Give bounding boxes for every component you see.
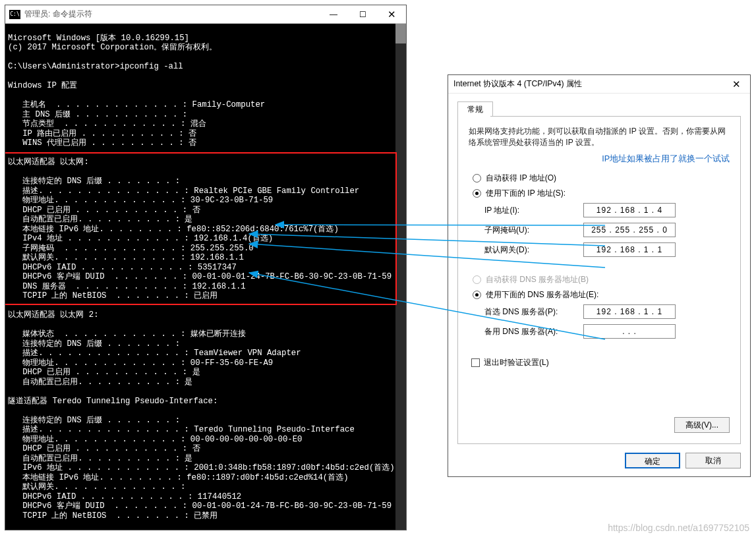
advanced-button[interactable]: 高级(V)... [674,417,730,433]
ok-button[interactable]: 确定 [625,453,680,468]
label-ip: IP 地址(I): [484,205,583,216]
input-dns1[interactable]: 192 . 168 . 1 . 1 [583,304,676,319]
scroll-thumb[interactable] [395,24,406,43]
cmd-line: 描述. . . . . . . . . . . . . . . : TeamVi… [8,349,301,358]
cmd-line: IPv6 地址 . . . . . . . . . . . . : 2001:0… [8,463,395,472]
cmd-line: IP 路由已启用 . . . . . . . . . . : 否 [8,129,196,138]
tab-pane: 如果网络支持此功能，则可以获取自动指派的 IP 设置。否则，你需要从网络系统管理… [457,116,741,444]
cmd-icon: C:\ [9,10,20,19]
cmd-line: 自动配置已启用. . . . . . . . . . : 是 [8,378,192,387]
tab-strip: 常规 [457,101,750,116]
input-dns2[interactable]: . . . [583,324,676,339]
dialog-footer: 确定 取消 [625,453,741,468]
radio-label: 使用下面的 DNS 服务器地址(E): [486,289,598,300]
dialog-title-text: Internet 协议版本 4 (TCP/IPv4) 属性 [453,78,728,90]
radio-icon [473,275,481,284]
cmd-line: Windows IP 配置 [8,81,77,90]
intro-text: 如果网络支持此功能，则可以获取自动指派的 IP 设置。否则，你需要从网络系统管理… [469,126,730,148]
cmd-line: DHCPv6 客户端 DUID . . . . . . . : 00-01-00… [8,501,392,511]
tab-general[interactable]: 常规 [457,101,493,116]
cmd-line: DHCP 已启用 . . . . . . . . . . . : 否 [8,444,200,453]
field-gateway: 默认网关(D): 192 . 168 . 1 . 1 [484,242,730,257]
cmd-line: 媒体状态 . . . . . . . . . . . . : 媒体已断开连接 [8,329,246,339]
cmd-line: 隧道适配器 Teredo Tunneling Pseudo-Interface: [8,397,218,406]
dialog-titlebar[interactable]: Internet 协议版本 4 (TCP/IPv4) 属性 ✕ [448,75,750,94]
cmd-line: 主机名 . . . . . . . . . . . . . : Family-C… [8,100,265,109]
dialog-close-button[interactable]: ✕ [728,78,745,90]
cmd-line: DHCPv6 IAID . . . . . . . . . . . : 5351… [8,263,237,272]
cmd-window: C:\ 管理员: 命令提示符 — ☐ ✕ Microsoft Windows [… [5,5,407,530]
cmd-line: TCPIP 上的 NetBIOS . . . . . . . : 已禁用 [8,511,218,521]
cmd-line: TCPIP 上的 NetBIOS . . . . . . . : 已启用 [8,291,218,300]
radio-icon [473,291,481,299]
cmd-line: 以太网适配器 以太网 2: [8,310,99,320]
cmd-line: 描述. . . . . . . . . . . . . . . : Realte… [8,186,359,196]
checkbox-icon [471,358,480,367]
cmd-line: 以太网适配器 以太网: [8,157,89,167]
field-dns2: 备用 DNS 服务器(A): . . . [484,324,730,339]
cmd-titlebar[interactable]: C:\ 管理员: 命令提示符 — ☐ ✕ [5,5,406,24]
radio-auto-ip[interactable]: 自动获得 IP 地址(O) [473,173,730,184]
close-button[interactable]: ✕ [377,5,406,24]
cmd-line: 连接特定的 DNS 后缀 . . . . . . . : [8,416,180,425]
cmd-line: WINS 代理已启用 . . . . . . . . . : 否 [8,138,196,148]
tcpip-dialog: Internet 协议版本 4 (TCP/IPv4) 属性 ✕ 常规 如果网络支… [448,74,751,477]
radio-icon [473,189,481,198]
cmd-line: 物理地址. . . . . . . . . . . . . : 30-9C-23… [8,196,273,205]
cmd-line: 物理地址. . . . . . . . . . . . . : 00-00-00… [8,435,302,444]
input-ip[interactable]: 192 . 168 . 1 . 4 [583,203,676,217]
watermark: https://blog.csdn.net/a1697752105 [608,523,749,533]
radio-auto-dns: 自动获得 DNS 服务器地址(B) [473,274,730,285]
cmd-line: 自动配置已启用. . . . . . . . . . : 是 [8,454,192,463]
label-mask: 子网掩码(U): [484,225,583,236]
cmd-line: 连接特定的 DNS 后缀 . . . . . . . : [8,339,180,349]
cmd-line: DHCPv6 客户端 DUID . . . . . . . : 00-01-00… [8,272,392,281]
label-dns1: 首选 DNS 服务器(P): [484,306,583,318]
input-gateway[interactable]: 192 . 168 . 1 . 1 [583,242,676,257]
cmd-line: C:\Users\Administrator>ipconfig -all [8,62,183,71]
cmd-line: DNS 服务器 . . . . . . . . . . . : 192.168.… [8,282,246,291]
cmd-line: 主 DNS 后缀 . . . . . . . . . . . : [8,110,187,119]
radio-label: 自动获得 IP 地址(O) [486,173,556,184]
radio-label: 自动获得 DNS 服务器地址(B) [486,274,589,285]
label-gateway: 默认网关(D): [484,244,583,256]
cmd-line: 自动配置已启用. . . . . . . . . . : 是 [8,215,192,224]
annotation-note: IP地址如果被占用了就换一个试试 [469,154,730,165]
checkbox-label: 退出时验证设置(L) [484,357,549,368]
minimize-button[interactable]: — [319,5,348,24]
cmd-line: DHCP 已启用 . . . . . . . . . . . : 否 [8,206,200,215]
cmd-line: 连接特定的 DNS 后缀 . . . . . . . : [8,177,180,186]
cmd-line: 描述. . . . . . . . . . . . . . . : Teredo… [8,425,355,434]
cmd-line: Microsoft Windows [版本 10.0.16299.15] [8,34,189,43]
field-mask: 子网掩码(U): 255 . 255 . 255 . 0 [484,223,730,237]
cmd-line: 本地链接 IPv6 地址. . . . . . . . : fe80::1897… [8,473,349,482]
maximize-button[interactable]: ☐ [348,5,377,24]
radio-label: 使用下面的 IP 地址(S): [486,188,566,199]
cmd-line: 节点类型 . . . . . . . . . . . . : 混合 [8,119,206,128]
cmd-line: 本地链接 IPv6 地址. . . . . . . . : fe80::852:… [8,225,339,234]
radio-static-ip[interactable]: 使用下面的 IP 地址(S): [473,188,730,199]
cmd-line: 物理地址. . . . . . . . . . . . . : 00-FF-35… [8,358,273,368]
cmd-line: IPv4 地址 . . . . . . . . . . . . : 192.16… [8,234,273,243]
input-mask[interactable]: 255 . 255 . 255 . 0 [583,223,676,237]
field-ip: IP 地址(I): 192 . 168 . 1 . 4 [484,203,730,217]
cmd-body[interactable]: Microsoft Windows [版本 10.0.16299.15] (c)… [5,24,406,530]
cmd-line: 子网掩码 . . . . . . . . . . . . : 255.255.2… [8,244,254,253]
label-dns2: 备用 DNS 服务器(A): [484,326,583,337]
checkbox-validate[interactable]: 退出时验证设置(L) [471,357,730,368]
cmd-line: 默认网关. . . . . . . . . . . . . : [8,482,185,492]
cmd-line: DHCP 已启用 . . . . . . . . . . . : 是 [8,368,200,377]
cmd-title-text: 管理员: 命令提示符 [24,9,319,20]
radio-icon [473,174,481,183]
cmd-line: DHCPv6 IAID . . . . . . . . . . . : 1174… [8,492,241,501]
radio-static-dns[interactable]: 使用下面的 DNS 服务器地址(E): [473,289,730,300]
cmd-scrollbar[interactable] [395,24,406,530]
cmd-line: (c) 2017 Microsoft Corporation。保留所有权利。 [8,43,217,52]
field-dns1: 首选 DNS 服务器(P): 192 . 168 . 1 . 1 [484,304,730,319]
cmd-line: 默认网关. . . . . . . . . . . . . : 192.168.… [8,253,244,262]
cancel-button[interactable]: 取消 [685,453,741,468]
